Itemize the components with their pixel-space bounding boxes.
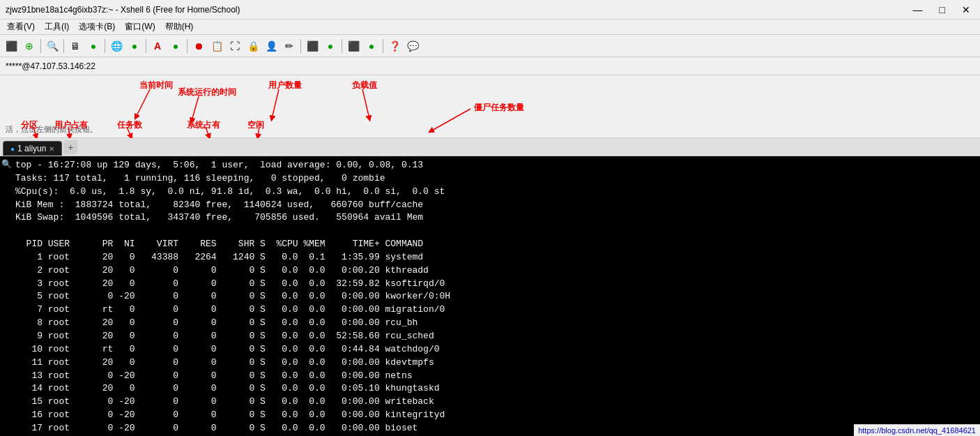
terminal-line-8: 2 root 20 0 0 0 0 S 0.0 0.0 0:00.20 kthr… xyxy=(15,264,976,278)
toolbar-btn-help[interactable]: ❓ xyxy=(386,38,403,54)
terminal-line-18: 15 root 0 -20 0 0 0 S 0.0 0.0 0:00.00 wr… xyxy=(15,396,976,409)
terminal-line-12: 8 root 20 0 0 0 0 S 0.0 0.0 0:00.00 rcu_… xyxy=(15,317,976,330)
toolbar-btn-font[interactable]: A xyxy=(149,38,166,54)
label-user-count: 用户数量 xyxy=(268,80,303,90)
toolbar-btn-5[interactable]: ● xyxy=(126,38,143,54)
toolbar-sep-6 xyxy=(300,39,301,53)
toolbar-sep-2 xyxy=(63,39,64,53)
terminal-line-13: 9 root 20 0 0 0 0 S 0.0 0.0 52:58.60 rcu… xyxy=(15,330,976,343)
label-task-count: 任务数 xyxy=(116,120,143,130)
toolbar-btn-9[interactable]: ● xyxy=(322,38,339,54)
terminal-line-5 xyxy=(15,225,976,238)
tab-label: 1 aliyun xyxy=(17,144,46,153)
address-bar: *****@47.107.53.146:22 xyxy=(0,57,980,75)
toolbar: ⬛ ⊕ 🔍 🖥 ● 🌐 ● A ● ⏺ 📋 ⛶ 🔒 👤 ✏ ⬛ ● ⬛ ● ❓ … xyxy=(0,35,980,57)
label-sys-usage: 系统占有 xyxy=(187,120,221,130)
maximize-button[interactable]: □ xyxy=(935,3,949,17)
hint-text: 活，点击左侧的箭头按钮。 xyxy=(6,124,98,135)
title-bar-controls: — □ ✕ xyxy=(909,3,974,17)
annotation-area: 当前时间 系统运行的时间 用户数量 负载值 僵尸任务数量 分区 用户占有 任务数… xyxy=(0,75,980,138)
toolbar-sep-3 xyxy=(105,39,105,53)
status-url: https://blog.csdn.net/qq_41684621 xyxy=(858,426,976,435)
toolbar-btn-4[interactable]: ● xyxy=(85,38,102,54)
menu-tools[interactable]: 工具(I) xyxy=(40,20,73,34)
toolbar-btn-search[interactable]: 🔍 xyxy=(44,38,61,54)
toolbar-sep-8 xyxy=(383,39,383,53)
tab-bar: ● 1 aliyun ✕ + xyxy=(0,138,980,156)
search-icon: 🔍 xyxy=(1,159,12,170)
status-bar: https://blog.csdn.net/qq_41684621 xyxy=(854,424,980,436)
minimize-button[interactable]: — xyxy=(909,3,927,17)
toolbar-btn-3[interactable]: 🖥 xyxy=(67,38,84,54)
arrow-load xyxy=(362,89,369,119)
terminal-area[interactable]: 🔍 top - 16:27:08 up 129 days, 5:06, 1 us… xyxy=(0,156,980,436)
tab-add-button[interactable]: + xyxy=(63,140,77,154)
terminal-line-2: %Cpu(s): 6.0 us, 1.8 sy, 0.0 ni, 91.8 id… xyxy=(15,186,976,199)
title-bar-left: zjwz91bne18a1c4g6ixb37z:~ - Xshell 6 (Fr… xyxy=(6,5,240,15)
label-load: 负载值 xyxy=(351,80,378,90)
menu-bar: 查看(V) 工具(I) 选项卡(B) 窗口(W) 帮助(H) xyxy=(0,20,980,35)
toolbar-btn-lock[interactable]: 🔒 xyxy=(245,38,261,54)
tab-close-button[interactable]: ✕ xyxy=(49,145,54,153)
toolbar-btn-red[interactable]: ⏺ xyxy=(190,38,207,54)
menu-tab[interactable]: 选项卡(B) xyxy=(75,20,119,34)
toolbar-btn-6[interactable]: ● xyxy=(167,38,184,54)
label-uptime: 系统运行的时间 xyxy=(178,87,236,97)
toolbar-btn-expand[interactable]: ⛶ xyxy=(227,38,243,54)
toolbar-btn-8[interactable]: ⬛ xyxy=(304,38,321,54)
arrow-zombie xyxy=(431,109,470,131)
toolbar-sep-7 xyxy=(342,39,342,53)
toolbar-sep-1 xyxy=(40,39,41,53)
toolbar-btn-pencil[interactable]: ✏ xyxy=(281,38,298,54)
label-idle: 空闲 xyxy=(247,120,264,130)
terminal-line-11: 7 root rt 0 0 0 0 S 0.0 0.0 0:00.00 migr… xyxy=(15,303,976,317)
close-button[interactable]: ✕ xyxy=(958,3,974,17)
toolbar-btn-7[interactable]: 📋 xyxy=(208,38,225,54)
terminal-line-1: Tasks: 117 total, 1 running, 116 sleepin… xyxy=(15,172,976,186)
arrow-current-time xyxy=(136,89,150,117)
arrow-sys-usage xyxy=(206,127,209,137)
terminal-line-7: 1 root 20 0 43388 2264 1240 S 0.0 0.1 1:… xyxy=(15,251,976,264)
tab-aliyun[interactable]: ● 1 aliyun ✕ xyxy=(3,141,62,156)
terminal-line-10: 5 root 0 -20 0 0 0 S 0.0 0.0 0:00.00 kwo… xyxy=(15,290,976,303)
terminal-line-0: top - 16:27:08 up 129 days, 5:06, 1 user… xyxy=(15,159,976,172)
toolbar-btn-chat[interactable]: 💬 xyxy=(404,38,421,54)
terminal-line-9: 3 root 20 0 0 0 0 S 0.0 0.0 32:59.82 kso… xyxy=(15,278,976,291)
arrow-uptime xyxy=(192,96,199,121)
toolbar-btn-1[interactable]: ⬛ xyxy=(3,38,20,54)
menu-help[interactable]: 帮助(H) xyxy=(161,20,198,34)
arrow-task-count xyxy=(127,127,131,137)
terminal-line-14: 10 root rt 0 0 0 0 S 0.0 0.0 0:44.84 wat… xyxy=(15,343,976,356)
label-zombie: 僵尸任务数量 xyxy=(473,103,525,112)
terminal-line-15: 11 root 20 0 0 0 0 S 0.0 0.0 0:00.00 kde… xyxy=(15,356,976,370)
terminal-line-4: KiB Swap: 1049596 total, 343740 free, 70… xyxy=(15,211,976,225)
toolbar-btn-globe[interactable]: 🌐 xyxy=(108,38,125,54)
terminal-line-20: 17 root 0 -20 0 0 0 S 0.0 0.0 0:00.00 bi… xyxy=(15,422,976,435)
label-current-time: 当前时间 xyxy=(139,80,173,90)
app-title: zjwz91bne18a1c4g6ixb37z:~ - Xshell 6 (Fr… xyxy=(6,5,240,15)
toolbar-btn-11[interactable]: ● xyxy=(363,38,380,54)
toolbar-sep-5 xyxy=(187,39,187,53)
toolbar-btn-10[interactable]: ⬛ xyxy=(345,38,362,54)
tab-indicator: ● xyxy=(10,145,15,153)
title-bar: zjwz91bne18a1c4g6ixb37z:~ - Xshell 6 (Fr… xyxy=(0,0,980,20)
toolbar-btn-new[interactable]: ⊕ xyxy=(21,38,38,54)
terminal-line-3: KiB Mem : 1883724 total, 82340 free, 114… xyxy=(15,199,976,212)
toolbar-btn-key[interactable]: 👤 xyxy=(263,38,280,54)
terminal-line-17: 14 root 20 0 0 0 0 S 0.0 0.0 0:05.10 khu… xyxy=(15,382,976,396)
terminal-content: top - 16:27:08 up 129 days, 5:06, 1 user… xyxy=(15,159,976,436)
terminal-line-header: PID USER PR NI VIRT RES SHR S %CPU %MEM … xyxy=(15,238,976,251)
address-text: *****@47.107.53.146:22 xyxy=(6,61,95,71)
toolbar-sep-4 xyxy=(146,39,146,53)
arrow-user-count xyxy=(272,89,279,119)
terminal-line-16: 13 root 0 -20 0 0 0 S 0.0 0.0 0:00.00 ne… xyxy=(15,370,976,383)
menu-window[interactable]: 窗口(W) xyxy=(121,20,159,34)
menu-view[interactable]: 查看(V) xyxy=(3,20,39,34)
annotation-svg: 当前时间 系统运行的时间 用户数量 负载值 僵尸任务数量 分区 用户占有 任务数… xyxy=(0,75,980,138)
terminal-line-19: 16 root 0 -20 0 0 0 S 0.0 0.0 0:00.00 ki… xyxy=(15,409,976,422)
arrow-idle xyxy=(258,127,259,137)
